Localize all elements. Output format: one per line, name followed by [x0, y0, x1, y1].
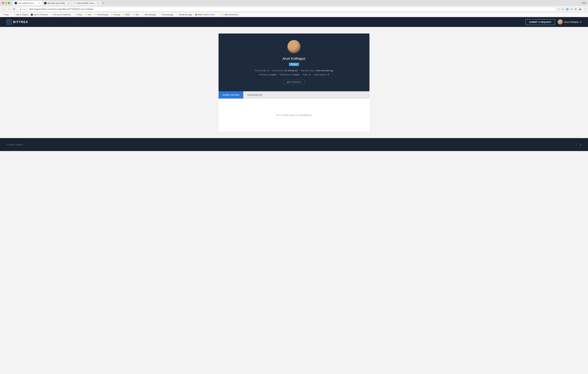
star-icon[interactable]: ☆ — [557, 8, 560, 11]
tab-1-close[interactable]: ✕ — [38, 2, 40, 4]
last-activity-value: No activity yet — [284, 69, 298, 72]
submit-request-button[interactable]: SUBMIT A REQUEST — [525, 19, 555, 25]
profile-stats-row2: Following 0 users · Followed by 0 users … — [223, 73, 365, 76]
user-menu[interactable]: Arun Kolhapur ▾ — [558, 19, 581, 25]
sep-3: · — [278, 73, 278, 76]
logo-inner-icon — [8, 21, 10, 23]
twitter-icon[interactable]: 𝕏 — [579, 143, 581, 146]
tab-2-close[interactable]: ✕ — [68, 2, 69, 4]
followed-by-value: 0 users — [292, 73, 299, 76]
maximize-button[interactable] — [8, 2, 10, 4]
bookmark-game-of-thrones[interactable]: 🟢 Watch Game of Thro... — [194, 13, 217, 16]
menu-icon[interactable]: ⋮ — [583, 8, 586, 11]
total-activity-label: Total activity — [255, 69, 266, 72]
browser-user-label: Arun — [582, 2, 586, 4]
refresh-icon[interactable]: ↺ — [570, 8, 573, 11]
minimize-button[interactable] — [5, 2, 7, 4]
bookmarks-bar: ⠿ Apps 📄 OpenX Staging ⬛ OpenX Productio… — [0, 12, 588, 17]
last-activity-label: Last activity — [272, 69, 283, 72]
user-menu-arrow: ▾ — [580, 21, 581, 23]
browser-toolbar: ← → ↻ 🔒 Secure https://support.bittrex.c… — [0, 6, 588, 12]
browser-tabs: B User profile for Arun Kolhapur ✕ B New… — [12, 1, 581, 5]
forward-button[interactable]: → — [7, 7, 11, 11]
main-content: Arun Kolhapur Private Total activity 0 ·… — [215, 27, 373, 138]
site-header: BITTREX SUBMIT A REQUEST Arun Kolhapur ▾ — [0, 17, 588, 27]
bookmark-start-debugger[interactable]: 📄 Start debugger — [141, 13, 157, 16]
tab-content-area: You currently have no contributions. — [219, 99, 369, 131]
following-value: 0 users — [269, 73, 276, 76]
tab-2-favicon: B — [44, 2, 46, 4]
address-url: https://support.bittrex.com/hc/en-us/pro… — [29, 8, 554, 10]
following-label: Following — [259, 73, 268, 76]
tab-activity-overview[interactable]: Activity overview — [219, 91, 243, 98]
followed-by-label: Followed by — [280, 73, 291, 76]
facebook-icon[interactable]: f — [576, 143, 577, 146]
member-since-value: a few seconds ago — [316, 69, 333, 72]
logo-icon — [7, 20, 11, 24]
browser-chrome: B User profile for Arun Kolhapur ✕ B New… — [0, 0, 588, 17]
subscriptions-label: Subscriptions — [314, 73, 326, 76]
bookmark-work[interactable]: 📁 work — [84, 13, 92, 16]
tab-comments[interactable]: Comments (0) — [243, 91, 266, 98]
edit-profile-button[interactable]: EDIT PROFILE — [283, 80, 305, 85]
page-content: BITTREX SUBMIT A REQUEST Arun Kolhapur ▾… — [0, 17, 588, 151]
sep-2: · — [299, 69, 300, 72]
site-logo: BITTREX — [7, 20, 28, 24]
sep-1: · — [270, 69, 271, 72]
settings-icon[interactable]: ⚙ — [574, 8, 577, 11]
profile-stats-row1: Total activity 0 · Last activity No acti… — [223, 69, 365, 72]
no-contributions-text: You currently have no contributions. — [276, 114, 312, 117]
tab-3-favicon: M — [74, 2, 76, 4]
header-right: SUBMIT A REQUEST Arun Kolhapur ▾ — [525, 19, 581, 25]
back-button[interactable]: ← — [2, 7, 6, 11]
votes-value: 0 — [309, 73, 310, 76]
profile-name: Arun Kolhapur — [223, 56, 365, 61]
pencil-icon[interactable]: ✎ — [562, 8, 564, 11]
bookmark-debug-page[interactable]: 📄 Debug this page — [175, 13, 193, 16]
tab-1-title: User profile for Arun Kolhapur — [18, 2, 37, 4]
tab-3[interactable]: M Inbox (24,822) - arunko350@... ✕ — [72, 1, 101, 5]
bookmark-ad-server[interactable]: 📁 AD Server Health Mo... — [50, 13, 73, 16]
reload-button[interactable]: ↻ — [12, 7, 16, 11]
toolbar-icons: ☆ ✎ 🌐 ↺ ⚙ 🧩 ⋮ — [557, 8, 586, 11]
tab-2[interactable]: B New Sign Ups for Bittrex close... ✕ — [42, 1, 72, 5]
bookmark-misc[interactable]: 📁 MISC — [122, 13, 131, 16]
user-name-label: Arun Kolhapur — [564, 21, 579, 23]
profile-card: Arun Kolhapur Private Total activity 0 ·… — [219, 33, 369, 91]
bookmark-openx-production[interactable]: ⬛ OpenX Production — [30, 13, 49, 16]
tab-2-title: New Sign Ups for Bittrex close... — [47, 2, 67, 4]
member-since-label: Member since — [301, 69, 314, 72]
bookmark-housing[interactable]: 📁 housing — [110, 13, 121, 16]
new-tab-button[interactable]: + — [101, 1, 105, 5]
profile-private-badge: Private — [289, 63, 299, 66]
site-footer: © Bittrex Support f 𝕏 — [0, 138, 588, 151]
tab-3-close[interactable]: ✕ — [97, 2, 99, 4]
tab-1-favicon: B — [15, 2, 17, 4]
address-bar[interactable]: 🔒 Secure https://support.bittrex.com/hc/… — [17, 7, 556, 11]
subscriptions-value: 0 — [328, 73, 329, 76]
sep-5: · — [312, 73, 312, 76]
bookmark-slim[interactable]: 📁 Slim — [132, 13, 140, 16]
extension-icon[interactable]: 🧩 — [578, 8, 582, 11]
bookmark-stop-debugger[interactable]: 📄 Stop debugger — [158, 13, 175, 16]
tab-3-title: Inbox (24,822) - arunko350@... — [77, 2, 96, 4]
tab-1[interactable]: B User profile for Arun Kolhapur ✕ — [12, 1, 42, 5]
user-avatar-image — [558, 19, 563, 25]
bookmark-apps[interactable]: ⠿ Apps — [2, 13, 10, 16]
tabs-bar: Activity overview Comments (0) — [219, 91, 369, 99]
window-controls — [2, 2, 10, 4]
total-activity-value: 0 — [268, 69, 269, 72]
bookmark-other[interactable]: » 📁 Other Bookmarks — [219, 13, 239, 16]
footer-social-links: f 𝕏 — [576, 143, 581, 146]
bookmark-react[interactable]: 📁 React — [74, 13, 83, 16]
bookmark-openx-staging[interactable]: 📄 OpenX Staging — [12, 13, 29, 16]
profile-avatar-image — [287, 40, 301, 53]
secure-icon: 🔒 Secure — [19, 8, 28, 10]
logo-text: BITTREX — [13, 20, 28, 24]
close-button[interactable] — [2, 2, 4, 4]
user-avatar — [558, 19, 563, 25]
globe-icon[interactable]: 🌐 — [566, 8, 569, 11]
footer-copyright: © Bittrex Support — [7, 143, 23, 146]
bookmark-onsen[interactable]: 📁 OnsenAngular — [93, 13, 109, 16]
bookmark-separator-1 — [11, 13, 11, 16]
